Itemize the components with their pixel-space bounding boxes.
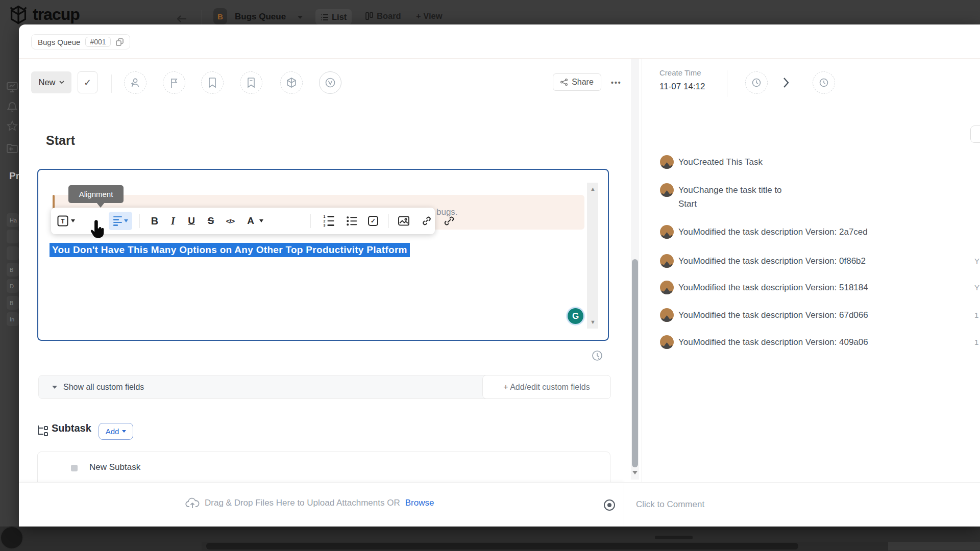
notifications-bell-icon[interactable] — [6, 101, 18, 112]
ordered-list-button[interactable]: 1 2 3 — [324, 215, 334, 227]
activity-history-button[interactable] — [813, 71, 835, 94]
status-dropdown[interactable]: New — [31, 71, 71, 93]
attachment-dropzone[interactable]: Drag & Drop Files Here to Upload Attachm… — [19, 482, 624, 527]
activity-avatar[interactable] — [660, 308, 674, 322]
activity-avatar[interactable] — [660, 155, 674, 169]
archive-folder-icon[interactable] — [6, 143, 18, 154]
bookmark-button[interactable] — [201, 71, 224, 94]
sidebar-project-chip[interactable] — [7, 246, 19, 260]
scrollbar-down-arrow[interactable] — [632, 471, 638, 474]
tab-add-view[interactable]: + View — [416, 11, 443, 21]
create-time-label: Create Time — [659, 68, 701, 77]
main-scrollbar-thumb[interactable] — [632, 259, 638, 467]
format-divider — [139, 214, 140, 228]
subtask-status-square[interactable] — [71, 465, 78, 471]
tab-bugs-queue[interactable]: Bugs Queue — [235, 12, 286, 22]
format-toolbar: T B I U S </> A — [51, 208, 435, 234]
sidebar-project-chip[interactable]: D — [7, 279, 19, 293]
italic-button[interactable]: I — [171, 215, 175, 227]
activity-avatar[interactable] — [660, 254, 674, 268]
strikethrough-button[interactable]: S — [208, 215, 214, 227]
insert-link-button[interactable] — [422, 216, 432, 227]
description-editor[interactable]: bugs. You Don't Have This Many Options o… — [37, 169, 609, 341]
task-title[interactable]: Start — [46, 133, 75, 148]
description-history-icon[interactable] — [591, 349, 603, 362]
sidebar-project-chip[interactable] — [7, 230, 19, 243]
subtask-item-name[interactable]: New Subtask — [89, 462, 140, 472]
dependency-button[interactable] — [280, 71, 303, 94]
checklist-button[interactable]: ✓ — [368, 216, 378, 226]
chain-link-icon — [444, 216, 455, 227]
header-divider — [19, 58, 980, 59]
text-style-caret-icon[interactable] — [71, 219, 75, 222]
panel-divider — [642, 59, 642, 482]
show-custom-fields-toggle[interactable]: Show all custom fields — [63, 383, 144, 392]
record-button[interactable] — [604, 499, 615, 511]
version-button[interactable] — [319, 71, 341, 94]
activity-item: YouModified the task description Version… — [660, 335, 868, 349]
activity-avatar[interactable] — [660, 281, 674, 294]
complete-task-button[interactable]: ✓ — [78, 71, 97, 93]
chevron-right-icon[interactable] — [782, 77, 790, 88]
bold-button[interactable]: B — [151, 215, 158, 227]
activity-avatar[interactable] — [660, 183, 674, 197]
sidebar-project-chip[interactable]: In — [7, 312, 19, 326]
activity-item: YouModified the task description Version… — [660, 281, 868, 294]
ordered-list-icon: 1 2 3 — [324, 215, 334, 227]
tag-button[interactable] — [240, 71, 262, 94]
activity-timestamp-fragment: 1 — [974, 338, 978, 346]
activity-avatar[interactable] — [660, 225, 674, 239]
project-caret-icon[interactable] — [298, 16, 303, 19]
tab-list[interactable]: List — [315, 9, 352, 24]
comment-input-bar[interactable]: Click to Comment — [624, 482, 980, 527]
tab-board[interactable]: Board — [365, 11, 401, 21]
panel-cut-button[interactable] — [970, 126, 980, 143]
copy-link-icon[interactable] — [116, 38, 124, 46]
activity-avatar[interactable] — [660, 335, 674, 349]
board-icon — [365, 12, 373, 20]
sidebar-project-chip[interactable]: Ha — [7, 213, 19, 227]
priority-button[interactable] — [163, 71, 185, 94]
activity-text: YouModified the task description Version… — [678, 283, 868, 292]
expand-fields-caret-icon[interactable] — [52, 386, 57, 389]
underline-button[interactable]: U — [188, 215, 195, 227]
cube-icon — [286, 77, 297, 88]
sidebar-section-label: Pr — [9, 170, 19, 182]
editor-scrollbar[interactable]: ▲ ▼ — [587, 183, 598, 329]
tooltip-tail — [96, 203, 105, 208]
screen: tracup B Bugs Queue List Board + View — [0, 0, 980, 551]
sidebar-project-chip[interactable]: B — [7, 296, 19, 310]
code-button[interactable]: </> — [226, 217, 235, 225]
selected-text[interactable]: You Don't Have This Many Options on Any … — [50, 243, 410, 257]
task-id-badge[interactable]: #001 — [85, 37, 110, 47]
bullet-list-button[interactable] — [347, 216, 357, 226]
time-log-button[interactable] — [745, 71, 768, 94]
add-subtask-caret-icon — [122, 430, 126, 433]
user-avatar[interactable] — [0, 526, 23, 549]
add-subtask-button[interactable]: Add — [99, 423, 133, 440]
topbar-divider — [202, 10, 202, 24]
add-edit-custom-fields-button[interactable]: + Add/edit custom fields — [482, 375, 611, 399]
editor-scroll-up-icon[interactable]: ▲ — [590, 186, 596, 192]
horizontal-scrollbar-thumb[interactable] — [206, 543, 798, 549]
editor-scroll-down-icon[interactable]: ▼ — [590, 319, 596, 325]
alignment-button[interactable] — [109, 212, 132, 230]
more-options-button[interactable]: ••• — [611, 79, 622, 87]
breadcrumb-list-name[interactable]: Bugs Queue — [38, 38, 80, 46]
activity-text: YouCreated This Task — [678, 157, 763, 167]
insert-image-button[interactable] — [398, 216, 409, 226]
insert-anchor-link-button[interactable] — [444, 216, 455, 227]
activity-text: YouChange the task title to — [678, 185, 782, 195]
text-style-button[interactable]: T — [58, 216, 68, 227]
collapse-sidebar-icon[interactable] — [176, 14, 187, 24]
text-color-button[interactable]: A — [247, 215, 254, 227]
favorites-star-icon[interactable] — [6, 120, 18, 132]
text-color-caret-icon[interactable] — [259, 219, 263, 222]
dashboard-icon[interactable] — [6, 82, 18, 93]
share-button[interactable]: Share — [553, 73, 601, 91]
assignee-button[interactable] — [124, 71, 146, 94]
activity-item: YouChange the task title to Start — [660, 183, 782, 211]
sidebar-project-chip[interactable]: B — [7, 263, 19, 277]
grammarly-badge[interactable]: G — [568, 308, 583, 324]
browse-link[interactable]: Browse — [405, 498, 434, 508]
